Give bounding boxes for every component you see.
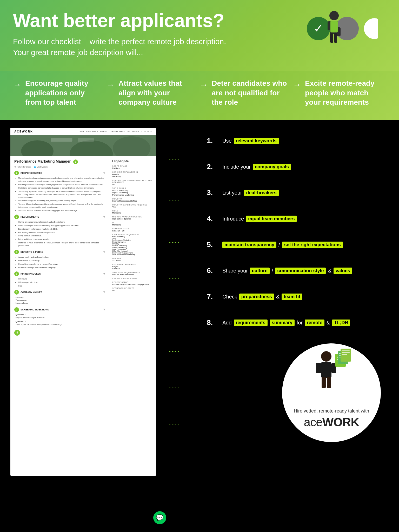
svg-rect-19 bbox=[316, 363, 321, 373]
jd-body: Performance Marketing Manager 1 ⚙ Networ… bbox=[10, 156, 156, 341]
acework-logo-bold: WORK bbox=[322, 415, 359, 429]
section-header-2: 3 REQUIREMENTS ∨ bbox=[14, 215, 105, 219]
highlight-exp-req: Experience Required in Field: MarketingS… bbox=[112, 234, 153, 256]
collapse-icon-4[interactable]: ∨ bbox=[103, 272, 105, 275]
hl-value-lang: EnglishGerman bbox=[112, 265, 153, 270]
hl-label-hire-in: Can hire employees in bbox=[112, 171, 153, 173]
hl-value-stage: Small (4 – 25) bbox=[112, 230, 153, 232]
highlight-skills: Top 3 skills Online MarketingDigital Mar… bbox=[112, 187, 153, 196]
label-num-1: 1. bbox=[207, 137, 218, 145]
highlight-in: In Marketing bbox=[112, 222, 153, 226]
section-header-3: 4 BENEFITS & PERKS ∨ bbox=[14, 250, 105, 254]
section-num-4: 5 bbox=[14, 271, 19, 276]
section-hiring: 5 HIRING PROCESS ∨ HR Round HR manager i… bbox=[14, 271, 105, 287]
hiring-item: CEO bbox=[18, 284, 105, 287]
section-title-2: REQUIREMENTS bbox=[21, 216, 39, 218]
hl-label-tz: Time zone requirements bbox=[112, 272, 153, 274]
label-row-5: 5. maintain transparency / set the right… bbox=[207, 232, 389, 258]
svg-rect-16 bbox=[78, 138, 94, 142]
svg-rect-34 bbox=[342, 354, 347, 355]
badge-deal-breakers: deal-breakers bbox=[244, 190, 279, 196]
connector-1 bbox=[169, 159, 179, 159]
hl-label-sponsorship: Sponsorship Offer bbox=[112, 287, 153, 289]
connector-8 bbox=[169, 424, 179, 424]
label-row-2: 2. Include your company goals bbox=[207, 154, 389, 180]
hl-label-degree: Minimum Academic Degree bbox=[112, 216, 153, 218]
badge-expectations: set the right expectations bbox=[282, 242, 343, 248]
svg-point-17 bbox=[321, 351, 331, 362]
nav-welcome: WELCOME BACK, AMENI bbox=[79, 130, 107, 133]
header-subtitle-1: Follow our checklist – write the perfect… bbox=[13, 36, 247, 47]
jd-logo: ACEWORK bbox=[14, 130, 33, 133]
section-title-3: BENEFITS & PERKS bbox=[21, 251, 43, 253]
label-num-5: 5. bbox=[207, 241, 218, 249]
label-text-4a: Introduce bbox=[222, 215, 244, 222]
badge-transparency: maintain transparency bbox=[222, 242, 276, 248]
chat-button[interactable]: 💬 bbox=[153, 511, 166, 524]
nav-logout[interactable]: LOG OUT bbox=[141, 130, 152, 133]
highlight-remote-stage: Remote Stage Remote only (requires work … bbox=[112, 281, 153, 285]
connector-3 bbox=[169, 242, 179, 243]
resp-item: You are in-charge for marketing ads, cam… bbox=[18, 199, 105, 202]
arrow-icon-1: → bbox=[13, 80, 21, 90]
hiring-item: HR manager interview bbox=[18, 281, 105, 284]
label-text-8a: Add bbox=[222, 319, 232, 326]
svg-point-3 bbox=[364, 18, 378, 39]
label-text-7b: & bbox=[276, 293, 280, 300]
collapse-icon-2[interactable]: ∨ bbox=[103, 216, 105, 218]
hl-value-degree: High school diploma bbox=[112, 218, 153, 220]
collapse-icon-6[interactable]: ∨ bbox=[103, 308, 105, 311]
svg-text:✓: ✓ bbox=[314, 22, 323, 35]
section-title-1: RESPONSIBILITIES bbox=[21, 172, 42, 174]
section-body-5: Flexibility Transparency Independence bbox=[14, 296, 105, 305]
req-item: Being curious and creative. bbox=[18, 234, 105, 237]
nav-settings[interactable]: SETTINGS bbox=[127, 130, 139, 133]
acework-cta-area: Hire vetted, remote-ready talent with ac… bbox=[207, 343, 389, 442]
section-header-6: 7 SCREENING QUESTIONS ∨ bbox=[14, 307, 105, 312]
label-text-2a: Include your bbox=[222, 163, 251, 170]
hl-label-lang: Required Languages bbox=[112, 263, 153, 265]
section-header-4: 5 HIRING PROCESS ∨ bbox=[14, 271, 105, 276]
highlight-tz: Time zone requirements No time zone rest… bbox=[112, 272, 153, 276]
header-illustration: ✓ bbox=[305, 8, 378, 50]
label-text-3a: List your bbox=[222, 189, 242, 196]
arrow-icon-4: → bbox=[293, 80, 301, 90]
benefit-item-3: → Deter candidates who are not qualified… bbox=[200, 79, 293, 107]
section-num-3: 4 bbox=[14, 250, 19, 254]
resp-item: Managing paid ad campaigns across search… bbox=[18, 177, 105, 183]
badge-company-goals: company goals bbox=[253, 164, 291, 170]
collapse-icon-3[interactable]: ∨ bbox=[103, 251, 105, 254]
highlight-degree: Minimum Academic Degree High school dipl… bbox=[112, 216, 153, 220]
nav-dashboard[interactable]: DASHBOARD bbox=[110, 130, 124, 133]
benefit-text-4: Excite remote-ready people who match you… bbox=[305, 79, 381, 107]
label-num-2: 2. bbox=[207, 163, 218, 171]
label-text-7a: Check bbox=[222, 293, 237, 300]
collapse-icon-5[interactable]: ∨ bbox=[103, 291, 105, 294]
section-title-4: HIRING PROCESS bbox=[21, 272, 41, 275]
label-text-6a: Share your bbox=[222, 267, 248, 274]
benefit-text-1: Encourage quality applications only from… bbox=[25, 79, 101, 107]
benefit-item-detail: Bi-annual meetups with the entire compan… bbox=[18, 266, 105, 269]
highlight-sponsorship: Sponsorship Offer No bbox=[112, 287, 153, 291]
benefit-item-detail: Co-working space/home or home office set… bbox=[18, 263, 105, 265]
req-item: A/B Testing and Data Analytics experienc… bbox=[18, 231, 105, 234]
label-num-7: 7. bbox=[207, 292, 218, 301]
highlight-stage: Company Stage Small (4 – 25) bbox=[112, 228, 153, 232]
label-text-8b: for bbox=[297, 319, 303, 326]
hl-value-field: Marketing bbox=[112, 212, 153, 214]
section-body-1: Managing paid ad campaigns across search… bbox=[14, 177, 105, 212]
label-content-6: Share your culture / communication style… bbox=[222, 267, 389, 274]
resp-item: You test different value propositions an… bbox=[18, 203, 105, 209]
section-title-6: SCREENING QUESTIONS bbox=[21, 308, 49, 311]
hl-label-ind-exp: Industry experience required bbox=[112, 204, 153, 206]
badge-equal-team: equal team members bbox=[246, 216, 297, 222]
resp-item: You identify replicable marketing strate… bbox=[18, 190, 105, 199]
connector-area bbox=[164, 128, 199, 476]
label-content-1: Use relevant keywords bbox=[222, 137, 389, 144]
benefit-item-1: → Encourage quality applications only fr… bbox=[13, 79, 106, 107]
hl-value-min: 3-5 years bbox=[112, 259, 153, 262]
vertical-dashed-line bbox=[169, 149, 169, 455]
collapse-icon-1[interactable]: ∨ bbox=[103, 172, 105, 175]
section-num-6: 7 bbox=[14, 307, 19, 312]
resp-item: Ensuring successful campaigns managing b… bbox=[18, 183, 105, 186]
